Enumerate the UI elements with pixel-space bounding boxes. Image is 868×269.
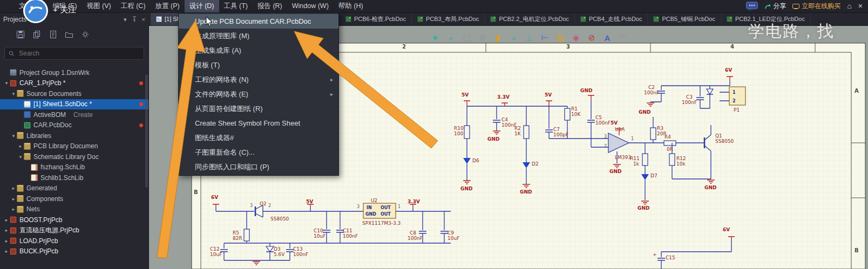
design-menu-item[interactable]: 文件的网络表 (E)▸ bbox=[179, 87, 338, 101]
wire-icon[interactable]: ≈ bbox=[507, 32, 519, 44]
expand-icon[interactable]: ▸ bbox=[3, 217, 10, 223]
schematic-label: 6V bbox=[723, 227, 730, 232]
expand-icon[interactable]: ▸ bbox=[10, 206, 17, 212]
design-menu-item[interactable]: 模板 (T)▸ bbox=[179, 58, 338, 72]
schematic-label: C7 bbox=[553, 127, 560, 132]
forbid-icon[interactable]: ⊘ bbox=[586, 32, 598, 44]
pillar-icon[interactable]: ▮ bbox=[492, 32, 504, 44]
tree-item[interactable]: ▸BUCK.PrjPcb bbox=[0, 246, 148, 257]
chat-icon[interactable] bbox=[746, 2, 758, 11]
tree-item[interactable]: ▸直流稳压电源.PrjPcb bbox=[0, 225, 148, 236]
home-icon[interactable]: ⌂ bbox=[847, 0, 851, 12]
close-window-icon[interactable]: × bbox=[858, 0, 863, 12]
expand-icon[interactable]: ▾ bbox=[17, 154, 24, 160]
schematic-label: 2 bbox=[733, 99, 736, 104]
design-menu-item[interactable]: 生成原理图库 (M) bbox=[179, 29, 338, 43]
schematic-label: D7 bbox=[650, 173, 657, 178]
expand-icon[interactable]: ▸ bbox=[3, 227, 10, 233]
menubar-item[interactable]: 放置 (P) bbox=[151, 0, 185, 12]
tree-item-label: LOAD.PrjPcb bbox=[19, 237, 58, 245]
schematic-label: D3 bbox=[274, 246, 281, 252]
pin-icon[interactable] bbox=[132, 16, 137, 23]
menubar-item[interactable]: 工具 (T) bbox=[219, 0, 253, 12]
add-icon[interactable]: + bbox=[445, 32, 457, 44]
design-menu-item[interactable]: Update PCB Document CAR.PcbDoc bbox=[179, 14, 338, 29]
tree-item[interactable]: ▾Libraries bbox=[0, 130, 148, 141]
search-input[interactable] bbox=[18, 49, 128, 58]
follow-button[interactable]: + 关注 bbox=[53, 5, 76, 15]
expand-icon[interactable]: ▾ bbox=[10, 91, 17, 96]
document-tab[interactable]: PCB2.2_电机定位.PcbDoc bbox=[485, 12, 575, 25]
document-tab[interactable]: PCB6-检查.PcbDoc bbox=[340, 12, 412, 25]
tree-item[interactable]: ▸Generated bbox=[0, 183, 148, 194]
tree-item-label: [1] Sheet1.SchDoc * bbox=[33, 100, 92, 108]
search-box[interactable] bbox=[4, 47, 144, 60]
tree-item[interactable]: ActiveBOMCreate bbox=[0, 109, 148, 120]
arc-icon[interactable]: ◠ bbox=[617, 32, 629, 44]
chip-icon[interactable]: ▤ bbox=[554, 32, 566, 44]
schematic-label: D6 bbox=[472, 158, 479, 163]
schematic-label: 3 bbox=[250, 203, 253, 208]
chevron-down-icon[interactable]: ▾ bbox=[124, 16, 127, 23]
uploader-avatar[interactable] bbox=[23, 0, 49, 26]
design-menu-item[interactable]: 生成集成库 (A) bbox=[179, 43, 338, 58]
expand-icon[interactable]: ▸ bbox=[3, 238, 10, 244]
menubar-item[interactable]: 帮助 (H) bbox=[334, 0, 368, 12]
save-icon[interactable] bbox=[16, 30, 25, 41]
tree-item[interactable]: ▾Schematic Library Doc bbox=[0, 151, 148, 162]
tree-item[interactable]: fszhang.SchLib bbox=[0, 162, 148, 173]
close-panel-icon[interactable]: × bbox=[142, 16, 145, 23]
document-tab[interactable]: PCB5_铺铜.PcbDoc bbox=[648, 12, 721, 25]
probe-icon[interactable]: ⊢ bbox=[539, 32, 551, 44]
design-menu-item[interactable]: Create Sheet Symbol From Sheet bbox=[179, 116, 338, 130]
pcbdoc-icon bbox=[490, 16, 496, 22]
design-menu-item[interactable]: 子图重新命名 (C)... bbox=[179, 145, 338, 160]
tree-item[interactable]: ▾CAR_1.PrjPcb * bbox=[0, 78, 148, 89]
folder-icon bbox=[17, 195, 24, 202]
pcbdoc-icon bbox=[727, 16, 733, 22]
folder-icon[interactable] bbox=[65, 30, 73, 41]
buy-online-button[interactable]: 立即在线购买 bbox=[792, 2, 840, 11]
tree-item[interactable]: ▾Source Documents bbox=[0, 88, 148, 99]
expand-icon[interactable]: ▾ bbox=[10, 133, 17, 139]
filter-icon[interactable]: ▼ bbox=[429, 32, 441, 44]
copy-icon[interactable] bbox=[32, 30, 41, 41]
select-icon[interactable]: ▢ bbox=[460, 32, 472, 44]
tree-item[interactable]: ▸PCB Library Documen bbox=[0, 141, 148, 152]
expand-icon[interactable]: ▸ bbox=[3, 249, 10, 254]
align-icon[interactable]: ≣ bbox=[476, 32, 488, 44]
tree-item[interactable]: CAR.PcbDoc bbox=[0, 120, 148, 131]
diode-icon[interactable]: ◆ bbox=[570, 32, 582, 44]
pcbdoc-icon bbox=[653, 16, 659, 22]
panel-scrollbar[interactable] bbox=[145, 74, 148, 188]
schematic-label: 10uF bbox=[314, 233, 326, 239]
prj-icon bbox=[10, 216, 17, 223]
tree-item[interactable]: ▸LOAD.PrjPcb bbox=[0, 236, 148, 246]
menubar-item[interactable]: 报告 (R) bbox=[253, 0, 287, 12]
menubar-item[interactable]: 视图 (V) bbox=[82, 0, 116, 12]
share-button[interactable]: 分享 bbox=[764, 2, 786, 11]
expand-icon[interactable]: ▾ bbox=[3, 80, 10, 86]
gear-icon[interactable] bbox=[81, 30, 90, 41]
design-menu-item[interactable]: 同步图纸入口和端口 (P) bbox=[179, 160, 338, 174]
expand-icon[interactable]: ▸ bbox=[17, 143, 24, 149]
tree-item[interactable]: Schlib1.SchLib bbox=[0, 173, 148, 183]
tree-item[interactable]: [1] Sheet1.SchDoc * bbox=[0, 99, 148, 110]
text-icon[interactable]: A bbox=[601, 32, 613, 44]
ground-icon[interactable]: ⊥ bbox=[523, 32, 535, 44]
tree-item[interactable]: ▸Components bbox=[0, 194, 148, 204]
menubar-item[interactable]: 工程 (C) bbox=[116, 0, 151, 12]
design-menu-item[interactable]: 工程的网络表 (N)▸ bbox=[179, 72, 338, 87]
document-tab[interactable]: PCB3_布局.PcbDoc bbox=[412, 12, 485, 25]
tree-item[interactable]: ▸BOOST.PrjPcb bbox=[0, 215, 148, 225]
documents-icon[interactable] bbox=[49, 30, 57, 41]
tree-item[interactable]: ▸Nets bbox=[0, 204, 148, 215]
expand-icon[interactable]: ▸ bbox=[10, 185, 17, 191]
design-menu-item[interactable]: 图纸生成器# bbox=[179, 130, 338, 145]
design-menu-item[interactable]: 从页面符创建图纸 (R) bbox=[179, 101, 338, 116]
menubar-item[interactable]: Window (W) bbox=[287, 0, 334, 12]
document-tab[interactable]: PCB4_走线.PcbDoc bbox=[575, 12, 648, 25]
expand-icon[interactable]: ▸ bbox=[10, 196, 17, 202]
menubar-item[interactable]: 设计 (D) bbox=[185, 0, 219, 12]
tree-item[interactable]: Project Group 1.DsnWrk bbox=[0, 67, 148, 78]
